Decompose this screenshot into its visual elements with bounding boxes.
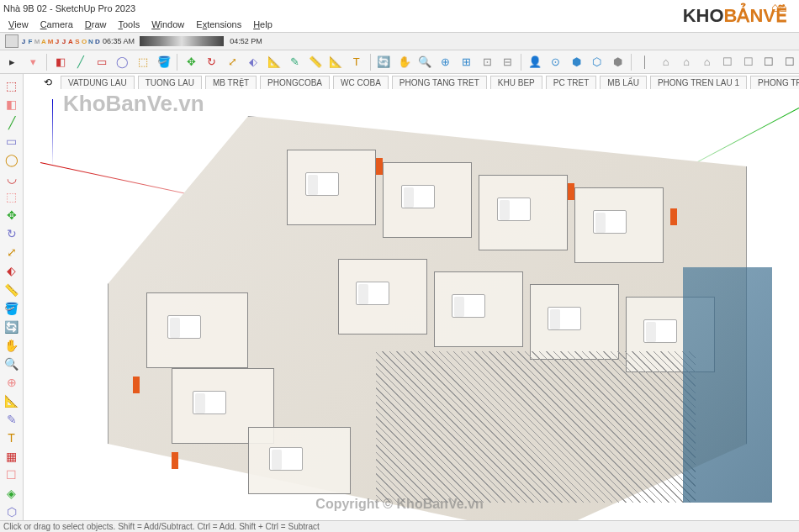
toolbar-icon-14[interactable]: 📏	[306, 53, 325, 71]
toolbar-icon-25[interactable]: ⊙	[547, 53, 565, 71]
menu-extensions[interactable]: Extensions	[196, 19, 241, 29]
toolbar-icon-2[interactable]: ◧	[51, 53, 70, 71]
menu-draw[interactable]: Draw	[85, 19, 107, 29]
menu-camera[interactable]: Camera	[40, 19, 73, 29]
month-J6[interactable]: J	[61, 35, 67, 47]
toolbar-icon-19[interactable]: 🔍	[416, 53, 435, 71]
toolbar-icon-4[interactable]: ▭	[93, 53, 111, 71]
scene-tab-10[interactable]: PHONG TREN LAU 2	[750, 76, 799, 89]
toolbar-icon-15[interactable]: 📐	[326, 53, 345, 71]
month-A7[interactable]: A	[67, 35, 74, 47]
menu-window[interactable]: Window	[151, 19, 184, 29]
toolbar-icon-9[interactable]: ↻	[203, 53, 221, 71]
toolbar-icon-21[interactable]: ⊞	[458, 53, 476, 71]
left-tool-10[interactable]: ⬖	[3, 262, 21, 279]
toolbar-icon-10[interactable]: ⤢	[224, 53, 242, 71]
month-D11[interactable]: D	[94, 35, 101, 47]
left-tool-1[interactable]: ◧	[3, 96, 21, 113]
month-M2[interactable]: M	[34, 35, 40, 47]
month-F1[interactable]: F	[27, 35, 34, 47]
month-J0[interactable]: J	[20, 35, 27, 47]
left-tool-3[interactable]: ▭	[3, 133, 21, 150]
toolbar-icon-28[interactable]: ⬢	[609, 53, 627, 71]
toolbar-icon-1[interactable]: ▾	[24, 53, 43, 71]
left-tool-16[interactable]: ⊕	[3, 374, 21, 391]
left-tool-22[interactable]: ◈	[3, 485, 21, 502]
toolbar-icon-36[interactable]: ☐	[780, 53, 799, 71]
main-toolbar: ▸▾◧╱▭◯⬚🪣✥↻⤢⬖📐✎📏📐T🔄✋🔍⊕⊞⊡⊟👤⊙⬢⬡⬢│⌂⌂⌂☐☐☐☐	[0, 50, 799, 74]
left-tool-20[interactable]: ▦	[3, 448, 21, 465]
month-M4[interactable]: M	[47, 35, 54, 47]
month-A3[interactable]: A	[40, 35, 47, 47]
left-tool-17[interactable]: 📐	[3, 392, 21, 409]
left-tool-15[interactable]: 🔍	[3, 356, 21, 372]
toolbar-icon-16[interactable]: T	[347, 53, 366, 71]
toolbar-icon-18[interactable]: ✋	[395, 53, 414, 71]
toolbar-icon-3[interactable]: ╱	[72, 53, 91, 71]
toolbar-icon-33[interactable]: ☐	[718, 53, 737, 71]
left-tool-13[interactable]: 🔄	[3, 319, 21, 335]
month-J5[interactable]: J	[54, 35, 61, 47]
left-tool-8[interactable]: ↻	[3, 225, 21, 242]
month-strip[interactable]: JFMAMJJASOND	[20, 35, 101, 47]
toolbar-icon-5[interactable]: ◯	[114, 53, 132, 71]
scene-tab-3[interactable]: PHONGCOBA	[260, 76, 330, 89]
menu-view[interactable]: View	[8, 19, 29, 29]
left-tool-14[interactable]: ✋	[3, 337, 21, 354]
toolbar-icon-8[interactable]: ✥	[182, 53, 200, 71]
toolbar-icon-11[interactable]: ⬖	[244, 53, 262, 71]
model-canvas[interactable]	[24, 91, 799, 520]
toolbar-icon-26[interactable]: ⬢	[568, 53, 586, 71]
scene-tab-5[interactable]: PHONG TANG TRET	[392, 76, 487, 89]
left-tool-19[interactable]: T	[3, 429, 21, 446]
month-S8[interactable]: S	[74, 35, 81, 47]
toolbar-icon-13[interactable]: ✎	[285, 53, 304, 71]
toolbar-icon-23[interactable]: ⊟	[499, 53, 517, 71]
scene-tab-9[interactable]: PHONG TREN LAU 1	[650, 76, 747, 89]
scene-reset-icon[interactable]: ⟲	[44, 76, 52, 88]
toolbar-icon-30[interactable]: ⌂	[657, 53, 675, 71]
shadow-toggle-icon[interactable]	[5, 34, 19, 48]
left-tool-9[interactable]: ⤢	[3, 244, 21, 261]
menu-help[interactable]: Help	[253, 19, 273, 29]
left-tool-6[interactable]: ⬚	[3, 188, 21, 205]
toolbar-icon-6[interactable]: ⬚	[134, 53, 152, 71]
month-N10[interactable]: N	[87, 35, 94, 47]
scene-tab-4[interactable]: WC COBA	[333, 76, 389, 89]
toolbar-icon-35[interactable]: ☐	[760, 53, 779, 71]
toolbar-icon-34[interactable]: ☐	[739, 53, 758, 71]
left-tool-4[interactable]: ◯	[3, 151, 21, 168]
left-tool-5[interactable]: ◡	[3, 170, 21, 187]
scene-tab-1[interactable]: TUONG LAU	[138, 76, 202, 89]
left-tool-7[interactable]: ✥	[3, 207, 21, 224]
left-tool-23[interactable]: ⬡	[3, 503, 21, 520]
scene-tab-0[interactable]: VATDUNG LAU	[61, 76, 135, 89]
toolbar-icon-17[interactable]: 🔄	[375, 53, 394, 71]
floorplan-model[interactable]	[108, 116, 747, 520]
toolbar-icon-22[interactable]: ⊡	[478, 53, 496, 71]
menu-tools[interactable]: Tools	[118, 19, 140, 29]
toolbar-icon-20[interactable]: ⊕	[437, 53, 455, 71]
toolbar-icon-24[interactable]: 👤	[526, 53, 544, 71]
status-hint: Click or drag to select objects. Shift =…	[3, 522, 320, 531]
scene-tab-8[interactable]: MB LẦU	[600, 76, 647, 89]
toolbar-icon-27[interactable]: ⬡	[588, 53, 606, 71]
scene-tab-6[interactable]: KHU BEP	[490, 76, 542, 89]
toolbar-icon-12[interactable]: 📐	[265, 53, 283, 71]
left-tool-12[interactable]: 🪣	[3, 300, 21, 317]
left-tool-11[interactable]: 📏	[3, 282, 21, 298]
left-tool-21[interactable]: ☐	[3, 466, 21, 483]
month-O9[interactable]: O	[81, 35, 87, 47]
toolbar-icon-31[interactable]: ⌂	[677, 53, 696, 71]
toolbar-icon-29[interactable]: │	[636, 53, 654, 71]
time-slider[interactable]	[140, 36, 224, 46]
scene-tab-2[interactable]: MB TRỆT	[205, 76, 257, 89]
left-tool-2[interactable]: ╱	[3, 114, 21, 131]
accent	[568, 183, 574, 200]
left-tool-0[interactable]: ⬚	[3, 77, 21, 94]
toolbar-icon-0[interactable]: ▸	[3, 53, 22, 71]
left-tool-18[interactable]: ✎	[3, 411, 21, 428]
toolbar-icon-32[interactable]: ⌂	[698, 53, 717, 71]
scene-tab-7[interactable]: PC TRET	[546, 76, 597, 89]
toolbar-icon-7[interactable]: 🪣	[155, 53, 173, 71]
